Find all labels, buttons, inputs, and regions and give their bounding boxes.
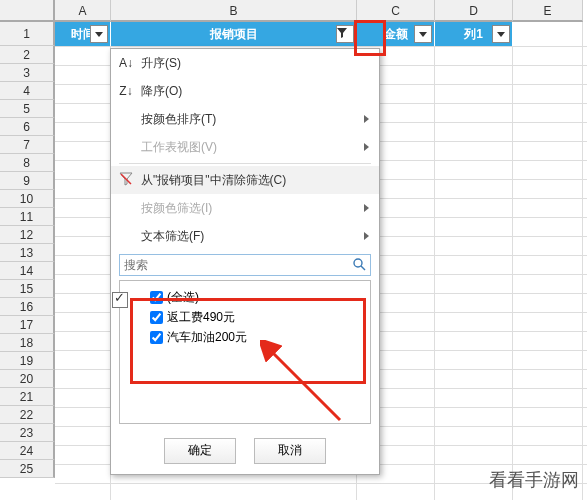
cell[interactable] <box>513 294 583 312</box>
col-head-d[interactable]: D <box>435 0 513 22</box>
row-head[interactable]: 9 <box>0 172 55 190</box>
cell[interactable] <box>55 408 111 426</box>
cell[interactable] <box>435 408 513 426</box>
cell[interactable] <box>435 389 513 407</box>
col-head-b[interactable]: B <box>111 0 357 22</box>
filter-dropdown-time[interactable] <box>90 25 108 43</box>
row-head[interactable]: 8 <box>0 154 55 172</box>
row-head[interactable]: 7 <box>0 136 55 154</box>
cell[interactable] <box>55 313 111 331</box>
cell[interactable] <box>55 199 111 217</box>
row-head[interactable]: 3 <box>0 64 55 82</box>
cell[interactable] <box>513 123 583 141</box>
row-head[interactable]: 25 <box>0 460 55 478</box>
row-head[interactable]: 6 <box>0 118 55 136</box>
cell[interactable] <box>55 294 111 312</box>
cancel-button[interactable]: 取消 <box>254 438 326 464</box>
row-head[interactable]: 13 <box>0 244 55 262</box>
cell[interactable] <box>55 427 111 445</box>
cell[interactable] <box>55 370 111 388</box>
cell[interactable] <box>513 408 583 426</box>
cell[interactable] <box>435 199 513 217</box>
cell[interactable] <box>55 389 111 407</box>
cell[interactable] <box>513 66 583 84</box>
row-head[interactable]: 2 <box>0 46 55 64</box>
cell[interactable] <box>357 484 435 500</box>
row-head[interactable]: 1 <box>0 22 55 46</box>
clear-filter[interactable]: 从"报销项目"中清除筛选(C) <box>111 166 379 194</box>
cell[interactable] <box>435 370 513 388</box>
row-head[interactable]: 24 <box>0 442 55 460</box>
cell[interactable] <box>435 256 513 274</box>
row-head[interactable]: 23 <box>0 424 55 442</box>
cell[interactable] <box>435 85 513 103</box>
cell[interactable] <box>55 484 111 500</box>
cell[interactable] <box>435 104 513 122</box>
cell[interactable] <box>55 218 111 236</box>
cell[interactable] <box>55 180 111 198</box>
cell[interactable] <box>55 465 111 483</box>
row-head[interactable]: 17 <box>0 316 55 334</box>
cell[interactable] <box>513 161 583 179</box>
cell[interactable] <box>513 199 583 217</box>
cell[interactable] <box>55 66 111 84</box>
cell[interactable] <box>55 332 111 350</box>
cell[interactable] <box>513 237 583 255</box>
cell[interactable] <box>435 123 513 141</box>
cell[interactable] <box>435 332 513 350</box>
cell[interactable] <box>513 47 583 65</box>
corner-select-all[interactable] <box>0 0 55 22</box>
cell[interactable] <box>513 351 583 369</box>
sort-asc[interactable]: A↓ 升序(S) <box>111 49 379 77</box>
cell[interactable] <box>435 142 513 160</box>
row-head[interactable]: 21 <box>0 388 55 406</box>
row-head[interactable]: 19 <box>0 352 55 370</box>
text-filter[interactable]: 文本筛选(F) <box>111 222 379 250</box>
cell[interactable] <box>55 47 111 65</box>
cell[interactable] <box>513 313 583 331</box>
cell[interactable] <box>513 275 583 293</box>
cell[interactable] <box>435 47 513 65</box>
cell[interactable] <box>513 180 583 198</box>
cell[interactable] <box>55 123 111 141</box>
row-head[interactable]: 12 <box>0 226 55 244</box>
sort-desc[interactable]: Z↓ 降序(O) <box>111 77 379 105</box>
cell[interactable] <box>513 104 583 122</box>
cell[interactable] <box>513 85 583 103</box>
cell[interactable] <box>513 427 583 445</box>
cell[interactable] <box>513 370 583 388</box>
cell[interactable] <box>513 142 583 160</box>
cell[interactable] <box>435 294 513 312</box>
sort-by-color[interactable]: 按颜色排序(T) <box>111 105 379 133</box>
row-head[interactable]: 14 <box>0 262 55 280</box>
cell[interactable] <box>513 446 583 464</box>
cell[interactable] <box>513 256 583 274</box>
cell[interactable] <box>513 218 583 236</box>
cell[interactable] <box>55 256 111 274</box>
row-head[interactable]: 18 <box>0 334 55 352</box>
cell[interactable] <box>435 275 513 293</box>
cell[interactable] <box>435 66 513 84</box>
row-head[interactable]: 15 <box>0 280 55 298</box>
cell[interactable] <box>111 484 357 500</box>
cell[interactable] <box>55 351 111 369</box>
cell[interactable] <box>513 389 583 407</box>
row-head[interactable]: 20 <box>0 370 55 388</box>
row-head[interactable]: 10 <box>0 190 55 208</box>
cell[interactable] <box>435 427 513 445</box>
filter-dropdown-col1[interactable] <box>492 25 510 43</box>
cell[interactable] <box>435 218 513 236</box>
cell[interactable] <box>435 237 513 255</box>
row-head[interactable]: 4 <box>0 82 55 100</box>
row-head[interactable]: 22 <box>0 406 55 424</box>
cell[interactable] <box>55 275 111 293</box>
col-head-c[interactable]: C <box>357 0 435 22</box>
col-head-e[interactable]: E <box>513 0 583 22</box>
row-head[interactable]: 16 <box>0 298 55 316</box>
row-head[interactable]: 11 <box>0 208 55 226</box>
cell[interactable] <box>55 104 111 122</box>
cell[interactable] <box>55 161 111 179</box>
cell[interactable] <box>55 85 111 103</box>
filter-dropdown-category[interactable] <box>336 25 354 43</box>
cell[interactable] <box>435 313 513 331</box>
